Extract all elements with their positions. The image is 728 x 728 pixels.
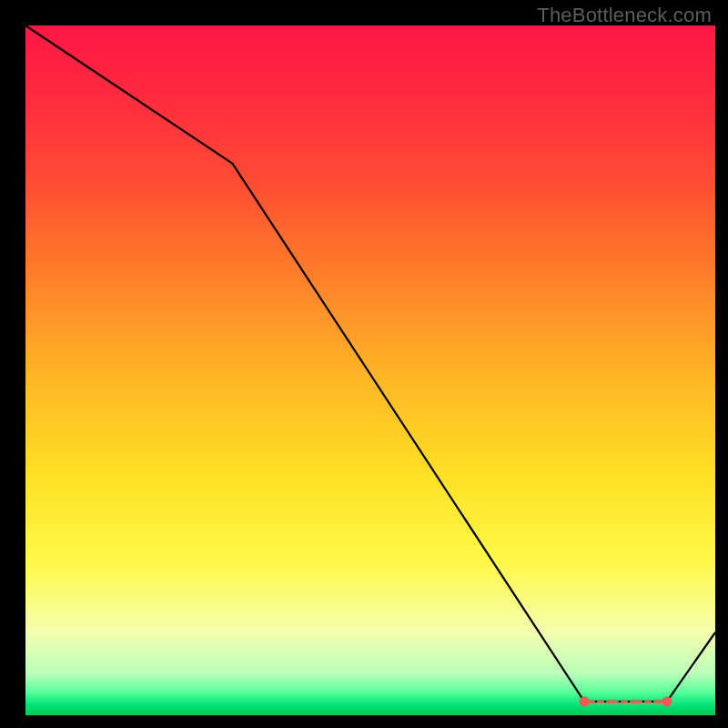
svg-point-2 xyxy=(662,696,672,706)
attribution-text: TheBottleneck.com xyxy=(537,4,712,27)
chart-container: TheBottleneck.com xyxy=(0,0,728,728)
bottleneck-chart xyxy=(0,0,728,728)
svg-point-1 xyxy=(579,696,589,706)
plot-background xyxy=(25,25,715,715)
